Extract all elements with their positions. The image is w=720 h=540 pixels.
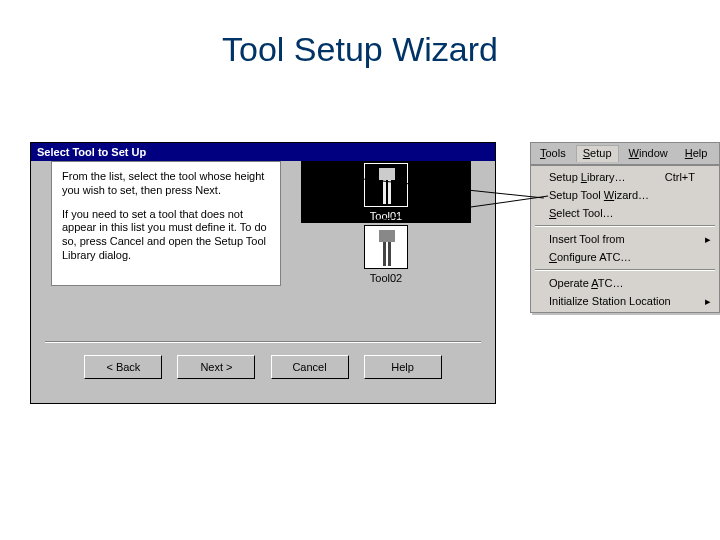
menu-tools[interactable]: Tools: [533, 145, 573, 161]
menu-separator: [535, 225, 715, 227]
tool-icon: [364, 225, 408, 269]
menu-item-select-tool[interactable]: Select Tool…: [531, 204, 719, 222]
menu-separator: [535, 269, 715, 271]
wizard-titlebar: Select Tool to Set Up: [31, 143, 495, 161]
next-button[interactable]: Next >: [177, 355, 255, 379]
tool-icon: [364, 163, 408, 207]
menu-item-setup-library[interactable]: Setup Library…Ctrl+T: [531, 168, 719, 186]
tool-label: Tool02: [370, 272, 402, 284]
menu-item-operate-atc[interactable]: Operate ATC…: [531, 274, 719, 292]
help-button[interactable]: Help: [364, 355, 442, 379]
menu-setup[interactable]: Setup: [576, 145, 619, 162]
menu-window[interactable]: Window: [622, 145, 675, 161]
back-button[interactable]: < Back: [84, 355, 162, 379]
tool-list-item-selected[interactable]: Tool01: [301, 161, 471, 223]
menubar[interactable]: Tools Setup Window Help: [530, 142, 720, 165]
shortcut: Ctrl+T: [665, 171, 695, 183]
menu-help[interactable]: Help: [678, 145, 715, 161]
menu-item-insert-tool-from[interactable]: Insert Tool from▸: [531, 230, 719, 248]
menu-item-setup-tool-wizard[interactable]: Setup Tool Wizard…: [531, 186, 719, 204]
tool-list[interactable]: Tool01 Tool02: [301, 161, 471, 311]
separator: [45, 341, 481, 343]
wizard-instructions: From the list, select the tool whose hei…: [51, 161, 281, 286]
menu-item-initialize-station[interactable]: Initialize Station Location▸: [531, 292, 719, 310]
wizard-button-row: < Back Next > Cancel Help: [31, 355, 495, 379]
submenu-arrow-icon: ▸: [705, 295, 711, 308]
cancel-button[interactable]: Cancel: [271, 355, 349, 379]
slide-title: Tool Setup Wizard: [0, 30, 720, 69]
menu-panel: Tools Setup Window Help Setup Library…Ct…: [530, 142, 720, 313]
tool-list-item[interactable]: Tool02: [301, 223, 471, 285]
wizard-instruction-2: If you need to set a tool that does not …: [62, 208, 270, 263]
wizard-dialog: Select Tool to Set Up From the list, sel…: [30, 142, 496, 404]
setup-dropdown: Setup Library…Ctrl+T Setup Tool Wizard… …: [530, 165, 720, 313]
menu-item-configure-atc[interactable]: Configure ATC…: [531, 248, 719, 266]
wizard-instruction-1: From the list, select the tool whose hei…: [62, 170, 270, 198]
submenu-arrow-icon: ▸: [705, 233, 711, 246]
